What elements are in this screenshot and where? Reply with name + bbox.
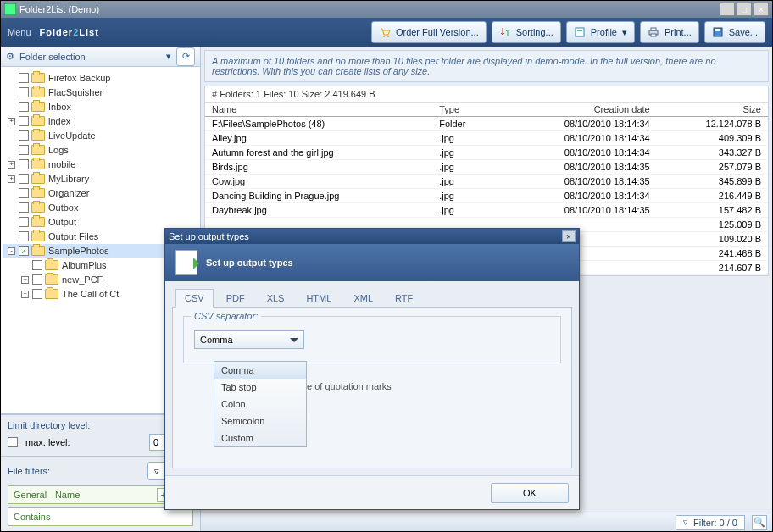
order-full-version-button[interactable]: Order Full Version... xyxy=(371,21,487,43)
expand-icon[interactable]: + xyxy=(21,291,29,298)
tree-checkbox[interactable]: ✓ xyxy=(19,246,29,256)
tree-checkbox[interactable] xyxy=(19,231,29,241)
dialog-close-button[interactable]: × xyxy=(562,230,576,242)
tree-label: Output xyxy=(48,217,76,227)
collapse-icon[interactable]: - xyxy=(8,247,15,255)
table-row[interactable]: Autumn forest and the girl.jpg.jpg08/10/… xyxy=(205,146,768,160)
tree-checkbox[interactable] xyxy=(19,102,29,112)
maximize-button[interactable]: □ xyxy=(737,3,752,16)
tree-node[interactable]: Firefox Backup xyxy=(3,71,198,85)
dropdown-option[interactable]: Colon xyxy=(214,396,306,413)
tree-node[interactable]: FlacSquisher xyxy=(3,86,198,99)
table-row[interactable]: Cow.jpg.jpg08/10/2010 18:14:35345.899 B xyxy=(205,175,768,189)
tree-spacer xyxy=(8,132,15,140)
table-row[interactable]: Daybreak.jpg.jpg08/10/2010 18:14:35157.4… xyxy=(205,203,768,218)
tree-node[interactable]: Outbox xyxy=(3,201,198,214)
folder-selection-header[interactable]: ⚙ Folder selection ▾ ⟳ xyxy=(1,47,200,67)
tree-node[interactable]: LiveUpdate xyxy=(3,129,198,142)
tree-node[interactable]: Organizer xyxy=(3,186,198,200)
dropdown-option[interactable]: Comma xyxy=(214,362,306,379)
csv-separator-combo[interactable]: Comma xyxy=(194,330,304,349)
status-filter[interactable]: ▿ Filter: 0 / 0 xyxy=(676,515,745,530)
tab-rtf[interactable]: RTF xyxy=(386,289,422,308)
tree-checkbox[interactable] xyxy=(19,174,29,184)
max-level-checkbox[interactable] xyxy=(8,437,18,447)
ok-button[interactable]: OK xyxy=(491,483,569,503)
table-row[interactable]: Birds.jpg.jpg08/10/2010 18:14:35257.079 … xyxy=(205,160,768,175)
folder-icon xyxy=(31,202,45,213)
filter-contains-row[interactable]: Contains xyxy=(8,507,193,526)
profile-button[interactable]: Profile ▾ xyxy=(566,21,635,43)
tree-node[interactable]: +MyLibrary xyxy=(3,172,198,186)
save-icon xyxy=(712,26,724,38)
col-date[interactable]: Creation date xyxy=(497,103,656,117)
tree-checkbox[interactable] xyxy=(19,159,29,169)
table-row[interactable]: Alley.jpg.jpg08/10/2010 18:14:34409.309 … xyxy=(205,131,768,146)
max-level-label: max. level: xyxy=(25,437,70,447)
tab-csv[interactable]: CSV xyxy=(175,289,214,308)
tree-node[interactable]: Output xyxy=(3,215,198,229)
funnel-icon[interactable]: ▿ xyxy=(147,462,166,480)
col-name[interactable]: Name xyxy=(205,103,432,117)
tree-spacer xyxy=(8,103,15,111)
tab-xml[interactable]: XML xyxy=(344,289,382,308)
chevron-down-icon[interactable]: ▾ xyxy=(166,51,171,62)
window-titlebar: Folder2List (Demo) _ □ × xyxy=(1,1,772,18)
expand-icon[interactable]: + xyxy=(8,161,15,169)
tree-node[interactable]: Inbox xyxy=(3,100,198,114)
save-button[interactable]: Save... xyxy=(704,21,765,43)
tree-checkbox[interactable] xyxy=(19,202,29,213)
tab-xls[interactable]: XLS xyxy=(258,289,294,308)
tree-node[interactable]: +mobile xyxy=(3,158,198,171)
tab-html[interactable]: HTML xyxy=(297,289,341,308)
tree-checkbox[interactable] xyxy=(19,130,29,141)
minimize-button[interactable]: _ xyxy=(720,3,735,16)
svg-point-1 xyxy=(383,36,385,37)
tree-spacer xyxy=(8,147,15,154)
brand-logo: Folder2List xyxy=(40,27,99,37)
tree-checkbox[interactable] xyxy=(19,145,29,155)
tree-checkbox[interactable] xyxy=(19,73,29,83)
tree-checkbox[interactable] xyxy=(32,274,42,285)
document-icon xyxy=(175,250,197,275)
expand-icon[interactable]: + xyxy=(8,118,15,125)
tree-checkbox[interactable] xyxy=(19,188,29,198)
printer-icon xyxy=(648,26,659,38)
chevron-down-icon: ▾ xyxy=(622,27,627,38)
tree-node[interactable]: Logs xyxy=(3,143,198,157)
dropdown-option[interactable]: Semicolon xyxy=(214,413,306,429)
print-button[interactable]: Print... xyxy=(640,21,699,43)
expand-icon[interactable]: + xyxy=(21,276,29,284)
cart-icon xyxy=(379,26,391,38)
folder-icon xyxy=(45,260,58,270)
tab-pdf[interactable]: PDF xyxy=(217,289,254,308)
dropdown-option[interactable]: Tab stop xyxy=(214,379,306,396)
tree-node[interactable]: +index xyxy=(3,114,198,128)
tree-checkbox[interactable] xyxy=(19,87,29,97)
refresh-button[interactable]: ⟳ xyxy=(176,47,195,66)
search-icon: 🔍 xyxy=(754,517,765,528)
dialog-banner: Set up output types xyxy=(165,244,579,281)
menu-item-menu[interactable]: Menu xyxy=(8,27,31,37)
tree-label: index xyxy=(48,116,70,126)
tree-checkbox[interactable] xyxy=(32,260,42,270)
col-size[interactable]: Size xyxy=(657,103,768,117)
menubar: Menu Folder2List Order Full Version... S… xyxy=(1,18,772,47)
sorting-button[interactable]: Sorting... xyxy=(492,21,561,43)
tree-checkbox[interactable] xyxy=(32,289,42,299)
tree-label: mobile xyxy=(48,159,75,169)
tree-checkbox[interactable] xyxy=(19,217,29,227)
table-row[interactable]: Dancing Building in Prague.jpg.jpg08/10/… xyxy=(205,189,768,203)
table-row[interactable]: F:\Files\SamplePhotos (48)Folder08/10/20… xyxy=(205,117,768,131)
close-button[interactable]: × xyxy=(754,3,769,16)
quotation-hint: e of quotation marks xyxy=(307,381,392,391)
status-search-button[interactable]: 🔍 xyxy=(752,515,767,530)
folder-icon xyxy=(31,231,45,241)
expand-icon[interactable]: + xyxy=(8,175,15,183)
dialog-titlebar[interactable]: Set up output types × xyxy=(165,229,579,244)
dropdown-option[interactable]: Custom xyxy=(214,429,306,446)
tree-checkbox[interactable] xyxy=(19,116,29,126)
col-type[interactable]: Type xyxy=(432,103,497,117)
csv-separator-dropdown[interactable]: CommaTab stopColonSemicolonCustom xyxy=(214,361,307,447)
folder-icon xyxy=(31,159,45,169)
